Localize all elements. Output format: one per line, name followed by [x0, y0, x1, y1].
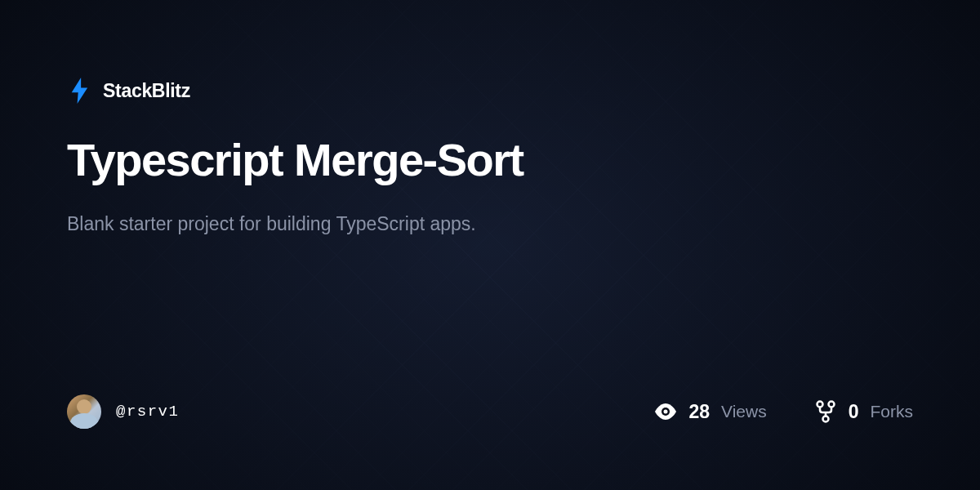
bolt-icon	[67, 78, 93, 104]
avatar	[67, 394, 101, 429]
user-info[interactable]: @rsrv1	[67, 394, 179, 429]
eye-icon	[654, 400, 677, 423]
username: @rsrv1	[116, 403, 179, 421]
project-title: Typescript Merge-Sort	[67, 135, 913, 185]
project-description: Blank starter project for building TypeS…	[67, 210, 913, 238]
svg-point-4	[822, 416, 828, 422]
forks-count: 0	[849, 401, 859, 423]
stats-container: 28 Views 0 Forks	[654, 400, 913, 423]
forks-label: Forks	[871, 402, 914, 421]
views-label: Views	[721, 402, 767, 421]
svg-point-2	[817, 402, 822, 408]
forks-stat: 0 Forks	[814, 400, 913, 423]
svg-point-1	[664, 410, 668, 414]
fork-icon	[814, 400, 837, 423]
main-container: StackBlitz Typescript Merge-Sort Blank s…	[0, 0, 980, 490]
views-stat: 28 Views	[654, 400, 766, 423]
views-count: 28	[688, 401, 710, 423]
brand-header[interactable]: StackBlitz	[67, 78, 913, 104]
footer-bar: @rsrv1 28 Views	[67, 394, 913, 490]
brand-name: StackBlitz	[103, 80, 190, 102]
svg-point-3	[828, 402, 834, 408]
